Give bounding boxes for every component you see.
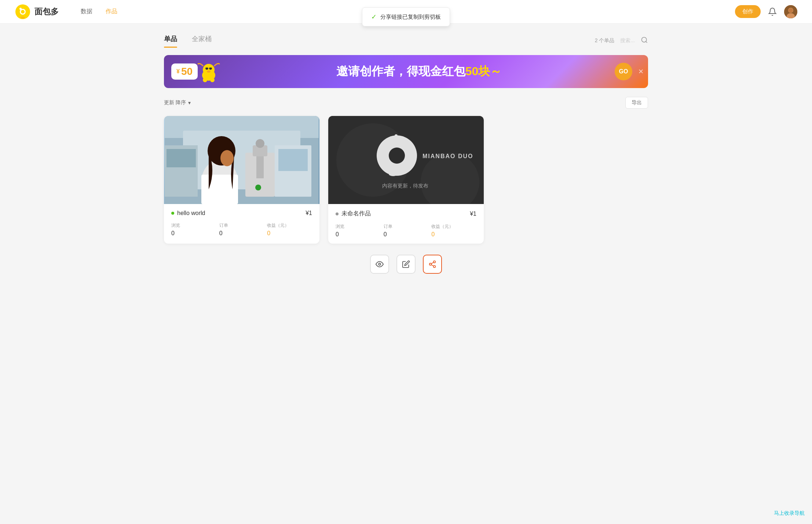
card-hello-world: hello world ¥1 浏览 0 订单 0 收益（元） 0 [164, 116, 319, 244]
svg-point-25 [256, 139, 264, 148]
svg-point-9 [642, 37, 647, 42]
toast-check-icon: ✓ [371, 13, 377, 21]
svg-point-45 [400, 136, 402, 138]
banner-center: 邀请创作者，得现金红包50块～ [223, 63, 615, 80]
stat-views-label: 浏览 [171, 222, 216, 229]
card-price-2: ¥1 [470, 211, 476, 217]
card-image-dark: MIANBAO DUO 内容有更新，待发布 [328, 116, 484, 204]
stat-views-value: 0 [171, 230, 216, 237]
nav-works[interactable]: 作品 [106, 8, 117, 15]
svg-point-2 [21, 10, 25, 14]
svg-point-43 [399, 171, 405, 175]
sort-dropdown[interactable]: 更新 降序 ▾ [164, 99, 191, 106]
stat-orders-value: 0 [219, 230, 264, 237]
edit-icon [402, 260, 410, 268]
svg-point-12 [203, 64, 215, 76]
nav-data[interactable]: 数据 [81, 8, 92, 15]
svg-point-15 [207, 70, 211, 73]
svg-point-17 [210, 78, 215, 82]
status-dot-active [171, 212, 174, 215]
tab-bundle[interactable]: 全家桶 [192, 34, 212, 47]
stat-orders-value-2: 0 [384, 231, 429, 238]
svg-point-44 [395, 134, 398, 137]
banner-title-part1: 邀请创作者，得现金红包 [336, 65, 465, 78]
card-title-text-2: 未命名作品 [341, 210, 371, 218]
tabs-right: 2 个单品 搜索... [595, 36, 648, 46]
svg-point-8 [789, 8, 793, 12]
banner-left: ¥ 50 [164, 59, 223, 84]
card-title-row-2: 未命名作品 ¥1 [336, 210, 476, 218]
mascot-icon [194, 59, 223, 84]
stat-revenue-label-2: 收益（元） [431, 223, 476, 230]
card-stats-2: 浏览 0 订单 0 收益（元） 0 [336, 223, 476, 238]
svg-rect-33 [278, 149, 308, 171]
svg-point-50 [429, 263, 432, 265]
stat-views-label-2: 浏览 [336, 223, 381, 230]
search-icon[interactable] [641, 36, 648, 46]
share-icon [428, 260, 436, 268]
stat-revenue-value-2: 0 [431, 231, 476, 238]
stat-revenue-2: 收益（元） 0 [431, 223, 476, 238]
svg-rect-26 [256, 156, 264, 178]
dark-card-image: MIANBAO DUO 内容有更新，待发布 [329, 116, 483, 204]
svg-rect-18 [205, 68, 208, 69]
stat-orders-label-2: 订单 [384, 223, 429, 230]
card-image-lab [164, 116, 319, 204]
card-title-text: hello world [177, 210, 205, 216]
svg-rect-35 [167, 149, 196, 167]
export-button[interactable]: 导出 [625, 97, 648, 109]
stat-revenue-value: 0 [267, 230, 312, 237]
svg-point-42 [389, 172, 398, 176]
create-button[interactable]: 创作 [735, 5, 761, 18]
card-body-unnamed: 未命名作品 ¥1 浏览 0 订单 0 收益（元） 0 [328, 204, 484, 244]
edit-button[interactable] [396, 255, 416, 274]
card-title-row: hello world ¥1 [171, 210, 312, 216]
money-amount: 50 [181, 66, 193, 77]
svg-point-4 [21, 17, 25, 19]
card-title-2: 未命名作品 [336, 210, 371, 218]
stat-views-2: 浏览 0 [336, 223, 381, 238]
action-bar [164, 244, 648, 281]
toast-notification: ✓ 分享链接已复制到剪切板 [362, 7, 450, 26]
banner-close-icon[interactable]: ✕ [638, 68, 644, 76]
header-right: 创作 [735, 5, 797, 18]
logo-icon [15, 4, 31, 20]
svg-line-53 [431, 262, 434, 264]
main-content: 单品 全家桶 2 个单品 搜索... ¥ 50 [149, 23, 663, 292]
preview-button[interactable] [370, 255, 389, 274]
banner-title: 邀请创作者，得现金红包50块～ [336, 65, 502, 78]
card-title: hello world [171, 210, 205, 216]
avatar[interactable] [784, 5, 797, 18]
stat-orders: 订单 0 [219, 222, 264, 237]
stat-orders-2: 订单 0 [384, 223, 429, 238]
svg-text:MIANBAO DUO: MIANBAO DUO [423, 153, 473, 159]
status-dot-unnamed [336, 212, 339, 215]
stat-revenue: 收益（元） 0 [267, 222, 312, 237]
card-price: ¥1 [306, 210, 312, 216]
share-button[interactable] [423, 255, 442, 274]
stat-orders-label: 订单 [219, 222, 264, 229]
stat-views-value-2: 0 [336, 231, 381, 238]
eye-icon [376, 260, 384, 268]
stat-views: 浏览 0 [171, 222, 216, 237]
card-unnamed: MIANBAO DUO 内容有更新，待发布 未命名作品 ¥1 浏览 0 [328, 116, 484, 244]
sort-label-text: 更新 降序 [164, 99, 186, 106]
svg-point-36 [255, 185, 261, 190]
card-stats: 浏览 0 订单 0 收益（元） 0 [171, 222, 312, 237]
svg-text:内容有更新，待发布: 内容有更新，待发布 [382, 183, 428, 189]
svg-point-48 [378, 263, 381, 265]
logo-area[interactable]: 面包多 [15, 4, 59, 20]
svg-line-52 [431, 265, 434, 266]
lab-image [164, 116, 319, 204]
card-body-hello-world: hello world ¥1 浏览 0 订单 0 收益（元） 0 [164, 204, 319, 243]
bottom-right-link[interactable]: 马上收录导航 [774, 510, 805, 517]
svg-line-10 [646, 41, 647, 43]
banner-title-highlight: 50块～ [465, 65, 502, 78]
sort-chevron-icon: ▾ [188, 100, 191, 106]
toast-message: 分享链接已复制到剪切板 [380, 14, 441, 21]
bell-icon[interactable] [768, 7, 777, 16]
svg-point-41 [389, 148, 405, 164]
tab-singles[interactable]: 单品 [164, 34, 177, 47]
banner-go-button[interactable]: GO [615, 63, 632, 80]
svg-point-51 [434, 266, 436, 268]
